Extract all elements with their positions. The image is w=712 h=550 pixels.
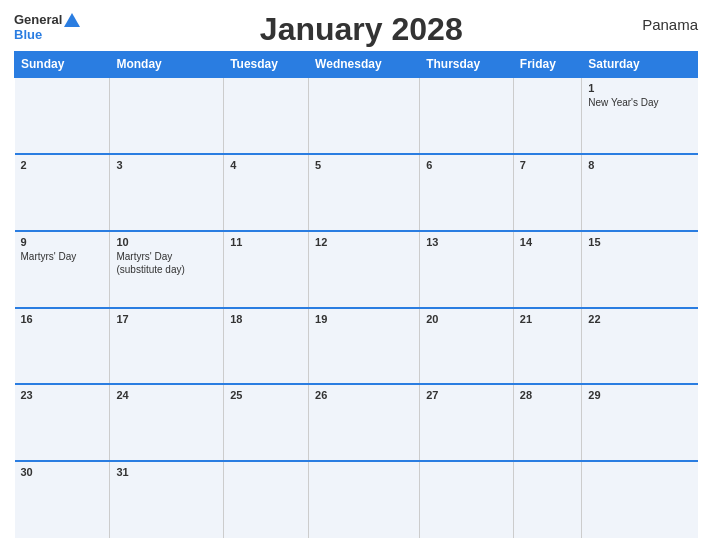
- day-number: 15: [588, 236, 691, 248]
- calendar-cell: 4: [224, 154, 309, 231]
- header-saturday: Saturday: [582, 52, 698, 78]
- day-number: 5: [315, 159, 413, 171]
- day-number: 12: [315, 236, 413, 248]
- calendar-cell: 24: [110, 384, 224, 461]
- day-number: 6: [426, 159, 507, 171]
- day-number: 19: [315, 313, 413, 325]
- calendar-cell: [224, 77, 309, 154]
- calendar-cell: 19: [309, 308, 420, 385]
- day-number: 26: [315, 389, 413, 401]
- header-thursday: Thursday: [420, 52, 514, 78]
- weekday-header-row: Sunday Monday Tuesday Wednesday Thursday…: [15, 52, 698, 78]
- calendar-week-row: 1New Year's Day: [15, 77, 698, 154]
- header-sunday: Sunday: [15, 52, 110, 78]
- day-number: 3: [116, 159, 217, 171]
- calendar-cell: 17: [110, 308, 224, 385]
- calendar-cell: 26: [309, 384, 420, 461]
- logo-general-text: General: [14, 12, 62, 27]
- calendar-cell: 27: [420, 384, 514, 461]
- calendar-week-row: 9Martyrs' Day10Martyrs' Day(substitute d…: [15, 231, 698, 308]
- calendar-cell: 6: [420, 154, 514, 231]
- day-number: 4: [230, 159, 302, 171]
- day-number: 17: [116, 313, 217, 325]
- header-monday: Monday: [110, 52, 224, 78]
- day-number: 16: [21, 313, 104, 325]
- day-number: 24: [116, 389, 217, 401]
- event-label: Martyrs' Day: [116, 251, 172, 262]
- calendar-cell: [309, 77, 420, 154]
- country-label: Panama: [642, 12, 698, 33]
- header: General Blue January 2028 Panama: [14, 12, 698, 47]
- day-number: 25: [230, 389, 302, 401]
- calendar-cell: [110, 77, 224, 154]
- day-number: 18: [230, 313, 302, 325]
- event-label: New Year's Day: [588, 97, 658, 108]
- calendar-cell: 11: [224, 231, 309, 308]
- calendar-cell: 13: [420, 231, 514, 308]
- calendar-cell: [513, 461, 581, 538]
- calendar-cell: 25: [224, 384, 309, 461]
- day-number: 7: [520, 159, 575, 171]
- calendar-cell: 14: [513, 231, 581, 308]
- calendar-table: Sunday Monday Tuesday Wednesday Thursday…: [14, 51, 698, 538]
- calendar-cell: [309, 461, 420, 538]
- header-wednesday: Wednesday: [309, 52, 420, 78]
- day-number: 30: [21, 466, 104, 478]
- calendar-week-row: 2345678: [15, 154, 698, 231]
- calendar-cell: 16: [15, 308, 110, 385]
- header-friday: Friday: [513, 52, 581, 78]
- day-number: 11: [230, 236, 302, 248]
- calendar-cell: 29: [582, 384, 698, 461]
- event-label: Martyrs' Day: [21, 251, 77, 262]
- day-number: 8: [588, 159, 691, 171]
- event-label: (substitute day): [116, 264, 184, 275]
- calendar-cell: [513, 77, 581, 154]
- calendar-cell: 7: [513, 154, 581, 231]
- calendar-week-row: 16171819202122: [15, 308, 698, 385]
- calendar-cell: 21: [513, 308, 581, 385]
- calendar-cell: 18: [224, 308, 309, 385]
- calendar-cell: 30: [15, 461, 110, 538]
- calendar-cell: 2: [15, 154, 110, 231]
- day-number: 29: [588, 389, 691, 401]
- calendar-title: January 2028: [80, 12, 642, 47]
- calendar-cell: 23: [15, 384, 110, 461]
- day-number: 9: [21, 236, 104, 248]
- calendar-cell: 8: [582, 154, 698, 231]
- calendar-cell: [582, 461, 698, 538]
- day-number: 20: [426, 313, 507, 325]
- logo: General Blue: [14, 12, 80, 42]
- day-number: 22: [588, 313, 691, 325]
- logo-triangle-icon: [64, 13, 80, 27]
- day-number: 2: [21, 159, 104, 171]
- logo-blue-text: Blue: [14, 27, 42, 42]
- day-number: 14: [520, 236, 575, 248]
- calendar-cell: [420, 461, 514, 538]
- calendar-cell: 9Martyrs' Day: [15, 231, 110, 308]
- calendar-cell: 12: [309, 231, 420, 308]
- calendar-cell: [420, 77, 514, 154]
- calendar-page: General Blue January 2028 Panama Sunday …: [0, 0, 712, 550]
- calendar-cell: 28: [513, 384, 581, 461]
- calendar-cell: 15: [582, 231, 698, 308]
- day-number: 23: [21, 389, 104, 401]
- calendar-cell: 5: [309, 154, 420, 231]
- day-number: 31: [116, 466, 217, 478]
- header-tuesday: Tuesday: [224, 52, 309, 78]
- day-number: 13: [426, 236, 507, 248]
- calendar-cell: 10Martyrs' Day(substitute day): [110, 231, 224, 308]
- day-number: 10: [116, 236, 217, 248]
- calendar-week-row: 23242526272829: [15, 384, 698, 461]
- calendar-cell: [15, 77, 110, 154]
- calendar-cell: 1New Year's Day: [582, 77, 698, 154]
- calendar-cell: 31: [110, 461, 224, 538]
- calendar-cell: 22: [582, 308, 698, 385]
- day-number: 1: [588, 82, 691, 94]
- calendar-cell: 20: [420, 308, 514, 385]
- day-number: 27: [426, 389, 507, 401]
- calendar-cell: [224, 461, 309, 538]
- day-number: 21: [520, 313, 575, 325]
- day-number: 28: [520, 389, 575, 401]
- calendar-cell: 3: [110, 154, 224, 231]
- calendar-week-row: 3031: [15, 461, 698, 538]
